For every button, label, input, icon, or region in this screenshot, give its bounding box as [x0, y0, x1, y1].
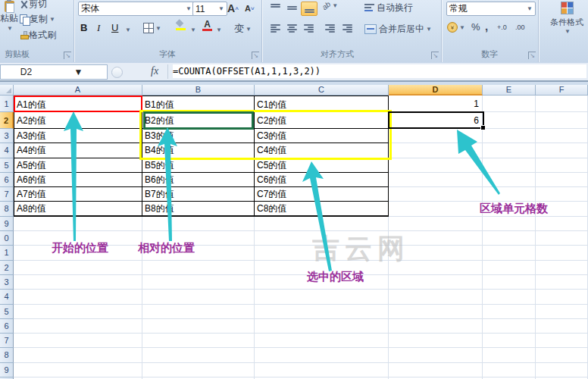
cell-d3[interactable]	[389, 129, 483, 143]
format-painter-button[interactable]: 格式刷	[20, 29, 56, 42]
bold-button[interactable]: B	[80, 22, 87, 33]
cell-b7[interactable]: B7的值	[142, 187, 255, 202]
orientation-button[interactable]: ab ▼	[322, 2, 338, 10]
cell-a3[interactable]: A3的值	[14, 129, 142, 143]
cell-b19[interactable]	[142, 363, 255, 377]
cell-f6[interactable]	[536, 173, 588, 187]
cell-a17[interactable]	[14, 334, 142, 348]
cell-f5[interactable]	[536, 158, 588, 173]
cell-a9[interactable]	[14, 217, 142, 231]
cell-d4[interactable]	[389, 143, 483, 158]
cell-b2[interactable]: B2的值	[142, 112, 255, 129]
cell-a15[interactable]	[14, 305, 142, 319]
cell-e12[interactable]	[483, 261, 536, 275]
cell-a16[interactable]	[14, 319, 142, 334]
cell-e6[interactable]	[483, 173, 536, 187]
cell-f15[interactable]	[536, 305, 588, 319]
cell-c6[interactable]: C6的值	[255, 173, 389, 187]
cell-b5[interactable]: B5的值	[142, 158, 255, 173]
cell-b14[interactable]	[142, 290, 255, 304]
cell-d9[interactable]	[389, 217, 483, 231]
font-color-button[interactable]: A	[202, 20, 212, 31]
chevron-down-icon[interactable]: ▼	[125, 27, 131, 33]
cell-e8[interactable]	[483, 202, 536, 216]
cell-d17[interactable]	[389, 334, 483, 348]
accounting-format-button[interactable]: ¥ ▼	[447, 22, 465, 33]
cell-e15[interactable]	[483, 305, 536, 319]
align-center-button[interactable]	[284, 22, 299, 35]
paste-button[interactable]: 粘贴 ▼	[0, 1, 18, 32]
cell-d18[interactable]	[389, 348, 483, 362]
row-header-9[interactable]: 9	[0, 217, 14, 231]
cell-a11[interactable]	[14, 246, 142, 260]
cell-c18[interactable]	[255, 348, 389, 362]
cell-e3[interactable]	[483, 129, 536, 143]
align-left-button[interactable]	[267, 22, 283, 35]
cell-e1[interactable]	[483, 96, 536, 112]
percent-style-button[interactable]: %	[471, 21, 480, 33]
row-header-18[interactable]: 8	[0, 348, 14, 362]
cell-e14[interactable]	[483, 290, 536, 304]
cell-d2[interactable]: 6	[389, 112, 483, 129]
column-header-e[interactable]: E	[483, 85, 536, 96]
row-header-8[interactable]: 8	[0, 202, 14, 216]
row-header-10[interactable]: 0	[0, 231, 14, 246]
cell-e17[interactable]	[483, 334, 536, 348]
align-bottom-button[interactable]	[301, 2, 317, 16]
row-header-4[interactable]: 4	[0, 143, 14, 158]
cell-a6[interactable]: A6的值	[14, 173, 142, 187]
cell-d1[interactable]: 1	[389, 96, 483, 112]
chevron-down-icon[interactable]: ▼	[216, 27, 222, 33]
cut-button[interactable]: 剪切	[20, 0, 47, 11]
cell-d13[interactable]	[389, 275, 483, 290]
cell-f9[interactable]	[536, 217, 588, 231]
decrease-indent-button[interactable]	[322, 22, 337, 35]
cell-d12[interactable]	[389, 261, 483, 275]
cell-d11[interactable]	[389, 246, 483, 260]
cell-c15[interactable]	[255, 305, 389, 319]
column-header-d[interactable]: D	[389, 85, 483, 96]
cell-e4[interactable]	[483, 143, 536, 158]
cell-f14[interactable]	[536, 290, 588, 304]
dialog-launcher-icon[interactable]: ↘	[528, 52, 536, 59]
cell-f7[interactable]	[536, 187, 588, 202]
cell-e19[interactable]	[483, 363, 536, 377]
align-middle-button[interactable]	[284, 2, 299, 14]
cell-b16[interactable]	[142, 319, 255, 334]
cell-d15[interactable]	[389, 305, 483, 319]
cell-a19[interactable]	[14, 363, 142, 377]
cell-e18[interactable]	[483, 348, 536, 362]
cell-a13[interactable]	[14, 275, 142, 290]
cell-a14[interactable]	[14, 290, 142, 304]
cell-c5[interactable]: C5的值	[255, 158, 389, 173]
cell-b12[interactable]	[142, 261, 255, 275]
cell-d5[interactable]	[389, 158, 483, 173]
underline-button[interactable]: U	[111, 22, 118, 33]
cell-c16[interactable]	[255, 319, 389, 334]
cell-e5[interactable]	[483, 158, 536, 173]
cell-b18[interactable]	[142, 348, 255, 362]
cell-b1[interactable]: B1的值	[142, 96, 255, 112]
cell-f17[interactable]	[536, 334, 588, 348]
cell-b8[interactable]: B8的值	[142, 202, 255, 216]
cell-c9[interactable]	[255, 217, 389, 231]
row-header-7[interactable]: 7	[0, 187, 14, 202]
cell-d19[interactable]	[389, 363, 483, 377]
cell-d16[interactable]	[389, 319, 483, 334]
fill-color-button[interactable]	[175, 20, 186, 30]
grow-font-button[interactable]: A˄	[227, 2, 239, 14]
cell-c3[interactable]: C3的值	[255, 129, 389, 143]
insert-function-button[interactable]: fx	[151, 65, 158, 77]
cell-d7[interactable]	[389, 187, 483, 202]
cell-a12[interactable]	[14, 261, 142, 275]
chevron-down-icon[interactable]: ▼	[190, 27, 196, 33]
row-header-5[interactable]: 5	[0, 158, 14, 173]
font-name-combo[interactable]: 宋体 ▼	[78, 2, 195, 16]
cell-e7[interactable]	[483, 187, 536, 202]
cell-c17[interactable]	[255, 334, 389, 348]
increase-decimal-button[interactable]: +.0	[497, 23, 507, 31]
borders-button[interactable]: ▼	[143, 23, 161, 33]
row-header-1[interactable]: 1	[0, 96, 14, 112]
row-header-3[interactable]: 3	[0, 129, 14, 143]
cell-b11[interactable]	[142, 246, 255, 260]
